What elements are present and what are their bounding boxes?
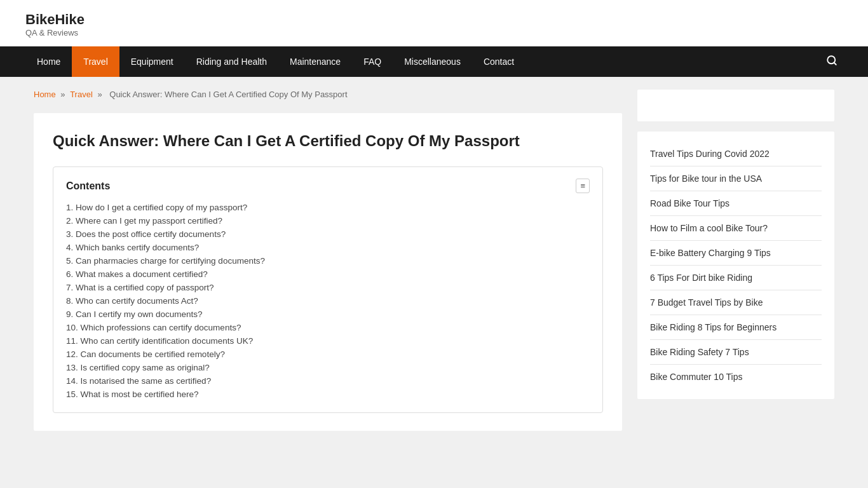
toc-item: 1. How do I get a certified copy of my p…: [66, 201, 590, 214]
sidebar-links-box: Travel Tips During Covid 2022 Tips for B…: [637, 132, 834, 399]
site-tagline: QA & Reviews: [25, 28, 843, 37]
toc-toggle-button[interactable]: ≡: [576, 179, 590, 193]
toc-item: 10. Which professions can certify docume…: [66, 321, 590, 334]
sidebar-link-item[interactable]: E-bike Battery Charging 9 Tips: [650, 241, 822, 266]
site-title[interactable]: BikeHike: [25, 11, 843, 28]
toc-title: Contents: [66, 180, 110, 192]
sidebar-link-item[interactable]: Bike Riding 8 Tips for Beginners: [650, 315, 822, 340]
nav-item-travel[interactable]: Travel: [72, 46, 119, 77]
toc-item: 14. Is notarised the same as certified?: [66, 374, 590, 388]
sidebar-link-item[interactable]: Bike Riding Safety 7 Tips: [650, 340, 822, 365]
svg-line-1: [834, 62, 836, 64]
page-wrap: Home » Travel » Quick Answer: Where Can …: [21, 77, 847, 444]
nav-item-home[interactable]: Home: [25, 46, 72, 77]
breadcrumb-home[interactable]: Home: [34, 90, 56, 99]
breadcrumb-current: Quick Answer: Where Can I Get A Certifie…: [109, 90, 347, 99]
breadcrumb-travel[interactable]: Travel: [70, 90, 93, 99]
toc-item: 15. What is most be certified here?: [66, 388, 590, 401]
sidebar-link-item[interactable]: 7 Budget Travel Tips by Bike: [650, 290, 822, 315]
sidebar-link-item[interactable]: Travel Tips During Covid 2022: [650, 142, 822, 166]
nav-item-faq[interactable]: FAQ: [352, 46, 393, 77]
toc-item: 11. Who can certify identification docum…: [66, 334, 590, 348]
toc-box: Contents ≡ 1. How do I get a certified c…: [53, 166, 603, 413]
nav-item-maintenance[interactable]: Maintenance: [278, 46, 352, 77]
toc-item: 9. Can I certify my own documents?: [66, 308, 590, 321]
sidebar-link-item[interactable]: Bike Commuter 10 Tips: [650, 365, 822, 389]
toc-item: 12. Can documents be certified remotely?: [66, 348, 590, 361]
toc-item: 5. Can pharmacies charge for certifying …: [66, 254, 590, 268]
sidebar-search-box: [637, 90, 834, 121]
sidebar-link-item[interactable]: Tips for Bike tour in the USA: [650, 166, 822, 191]
search-icon[interactable]: [821, 50, 843, 74]
nav-item-equipment[interactable]: Equipment: [119, 46, 185, 77]
toc-item: 13. Is certified copy same as original?: [66, 361, 590, 374]
article-card: Quick Answer: Where Can I Get A Certifie…: [34, 113, 622, 431]
sidebar-link-item[interactable]: Road Bike Tour Tips: [650, 191, 822, 216]
sidebar-link-item[interactable]: How to Film a cool Bike Tour?: [650, 216, 822, 241]
toc-item: 6. What makes a document certified?: [66, 268, 590, 281]
breadcrumb: Home » Travel » Quick Answer: Where Can …: [34, 90, 622, 99]
toc-header: Contents ≡: [66, 179, 590, 193]
nav-item-miscellaneous[interactable]: Miscellaneous: [393, 46, 472, 77]
toc-item: 7. What is a certified copy of passport?: [66, 281, 590, 294]
site-header: BikeHike QA & Reviews: [0, 0, 868, 46]
nav-items: Home Travel Equipment Riding and Health …: [25, 46, 526, 77]
article-title: Quick Answer: Where Can I Get A Certifie…: [53, 131, 603, 151]
toc-list: 1. How do I get a certified copy of my p…: [66, 201, 590, 401]
main-content: Home » Travel » Quick Answer: Where Can …: [34, 90, 622, 431]
nav-item-contact[interactable]: Contact: [472, 46, 526, 77]
toc-item: 2. Where can I get my passport certified…: [66, 214, 590, 227]
nav-item-riding-health[interactable]: Riding and Health: [185, 46, 278, 77]
main-nav: Home Travel Equipment Riding and Health …: [0, 46, 868, 77]
toc-item: 4. Which banks certify documents?: [66, 241, 590, 254]
sidebar: Travel Tips During Covid 2022 Tips for B…: [637, 90, 834, 431]
toc-item: 8. Who can certify documents Act?: [66, 294, 590, 308]
toc-item: 3. Does the post office certify document…: [66, 227, 590, 241]
sidebar-link-item[interactable]: 6 Tips For Dirt bike Riding: [650, 266, 822, 290]
